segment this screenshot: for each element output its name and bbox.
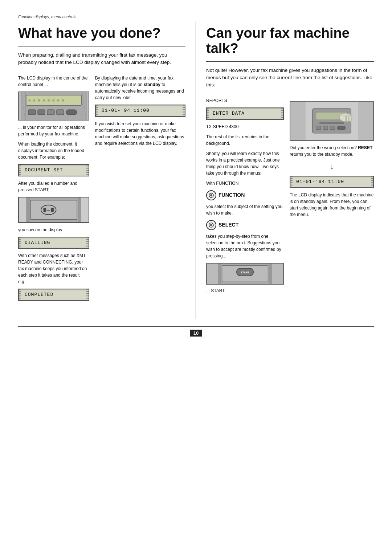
function-text: FUNCTION: [219, 191, 245, 199]
svg-rect-39: [347, 115, 349, 122]
select-text: SELECT: [219, 221, 238, 229]
svg-rect-24: [218, 264, 221, 284]
left-intro: When preparing, dialling and transmittin…: [18, 52, 185, 66]
start-button-image: START: [206, 263, 284, 285]
lcd-time-right: 01-01-'94 11:00: [290, 176, 374, 188]
right-col1-para1: The rest of the list remains in the back…: [206, 134, 284, 147]
left-col2-para2: If you wish to reset your machine or mak…: [95, 121, 185, 147]
left-col1-para2: ... is your monitor for all operations p…: [18, 124, 89, 137]
select-button-display: SELECT: [206, 220, 284, 230]
svg-rect-32: [319, 122, 344, 124]
svg-rect-36: [337, 126, 345, 130]
select-circle-icon: [206, 220, 216, 230]
svg-point-22: [210, 224, 212, 226]
right-col2-para1: Did you enter the wrong selection? RESET…: [290, 144, 374, 158]
right-col1-select-desc: takes you step-by-step from one selectio…: [206, 233, 284, 259]
function-button-display: FUNCTION: [206, 190, 284, 200]
svg-rect-13: [26, 197, 29, 222]
svg-rect-34: [323, 126, 328, 130]
lcd-document-set: DOCUMENT SET: [18, 164, 89, 176]
right-title: Can your fax machine talk?: [206, 26, 374, 56]
right-col1-function-desc: you select the subject of the setting yo…: [206, 203, 284, 216]
left-col2-para1: By displaying the date and time, your fa…: [95, 75, 185, 101]
fax-machine-image: [290, 101, 374, 141]
function-circle-icon: [206, 190, 216, 200]
page-footer: 10: [18, 326, 374, 337]
left-col1-para3: When loading the document, it displays i…: [18, 141, 89, 160]
svg-rect-9: [47, 110, 54, 115]
svg-rect-14: [78, 197, 81, 222]
lcd-dialling-image: [18, 197, 89, 223]
page-number: 10: [190, 330, 202, 337]
svg-text:START: START: [241, 271, 250, 274]
svg-rect-25: [269, 264, 272, 284]
left-col1-para1: The LCD display in the centre of the con…: [18, 75, 89, 88]
right-tx-speed: TX SPEED 4800: [206, 123, 284, 130]
right-intro: Not quite! However, your fax machine giv…: [206, 67, 374, 89]
lcd-enter-data: ENTER DATA: [206, 107, 284, 120]
left-col1-para5: you saw on the display: [18, 227, 89, 233]
svg-rect-33: [316, 126, 321, 130]
page-label: Function displays, menu controls: [18, 15, 374, 19]
lcd-time-left: 01-01-'94 11:00: [95, 105, 185, 117]
lcd-completed: COMPLETED: [18, 289, 89, 301]
start-label: ... START: [206, 288, 284, 294]
svg-text:■ ■ ■ ■ ■ ■ ■ ■: ■ ■ ■ ■ ■ ■ ■ ■: [28, 98, 64, 103]
svg-rect-17: [44, 208, 46, 212]
svg-rect-38: [343, 115, 346, 122]
svg-rect-10: [57, 110, 64, 115]
svg-rect-11: [66, 110, 77, 115]
left-title: What have you done?: [18, 26, 185, 41]
left-col1-para4: After you dialled a number and pressed S…: [18, 180, 89, 193]
svg-point-20: [210, 194, 212, 196]
svg-rect-18: [51, 208, 54, 212]
svg-rect-35: [330, 126, 335, 130]
right-lcd-reports-label: REPORTS: [206, 97, 284, 104]
left-col1-para6: With other messages such as XMT READY an…: [18, 252, 89, 285]
with-function-label: With FUNCTION: [206, 180, 284, 187]
control-panel-image: ■ ■ ■ ■ ■ ■ ■ ■: [18, 91, 89, 121]
lcd-dialling: DIALLING: [18, 237, 89, 249]
svg-rect-40: [349, 115, 351, 122]
right-col2-para2: The LCD display indicates that the machi…: [290, 192, 374, 218]
right-col1-para2: Shortly, you will learn exactly how this…: [206, 150, 284, 176]
svg-rect-8: [38, 110, 45, 115]
arrow-down-icon: ↓: [290, 161, 374, 172]
svg-rect-7: [28, 110, 36, 115]
